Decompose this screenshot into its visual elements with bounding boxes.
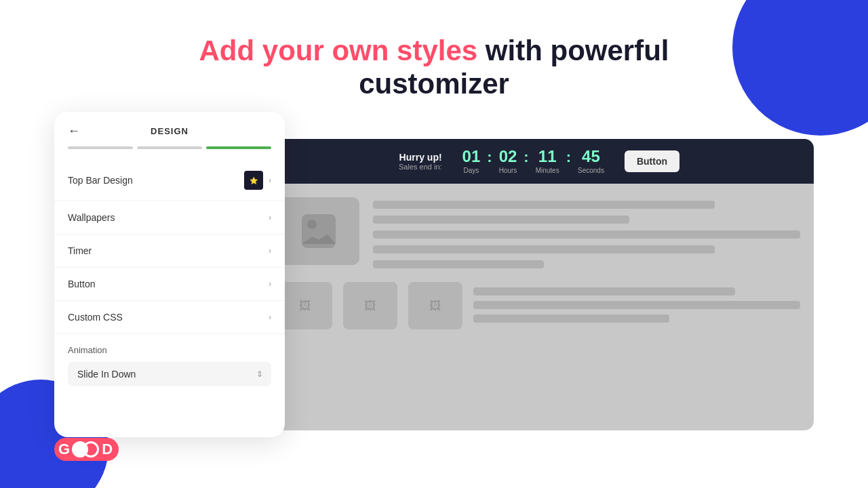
timer-unit-hours: 02 Hours xyxy=(499,148,517,174)
timer-minutes-value: 11 xyxy=(538,148,557,165)
panel-item-custom-css[interactable]: Custom CSS › xyxy=(54,301,285,334)
animation-select-wrapper: Slide In Down Slide In Up Fade In Bounce xyxy=(68,362,271,386)
timer-hours-value: 02 xyxy=(499,148,517,165)
chevron-right-icon: › xyxy=(269,213,271,222)
image-icon xyxy=(302,214,336,248)
timer-colon-3: : xyxy=(566,148,571,166)
timer-unit-days: 01 Days xyxy=(462,148,481,174)
logo-d-letter: D xyxy=(102,441,112,458)
progress-segment-2 xyxy=(137,146,202,149)
chevron-right-icon: › xyxy=(269,312,271,322)
logo-g-letter: G xyxy=(58,441,69,458)
header-section: Add your own styles with powerful custom… xyxy=(0,34,868,100)
panel-item-label: Wallpapers xyxy=(68,212,115,223)
panel-item-right: ⭐ › xyxy=(244,171,271,190)
logo-ring-2 xyxy=(83,441,99,458)
panel-item-label: Button xyxy=(68,279,95,289)
timer-seconds-value: 45 xyxy=(582,148,600,165)
countdown-button[interactable]: Button xyxy=(625,150,679,172)
bottom-text-line-1 xyxy=(473,287,735,296)
animation-section: Animation Slide In Down Slide In Up Fade… xyxy=(54,334,285,397)
countdown-bar: Hurry up! Sales end in: 01 Days : 02 Hou… xyxy=(264,139,814,184)
bottom-text-line-3 xyxy=(473,314,669,323)
timer-hours-label: Hours xyxy=(499,167,517,174)
main-content: ← DESIGN Top Bar Design ⭐ › Wallpaper xyxy=(54,112,814,474)
small-image-icon: 🖼 xyxy=(299,299,311,313)
timer-days-label: Days xyxy=(464,167,479,174)
hurry-up-label: Hurry up! xyxy=(399,152,442,163)
timer-unit-minutes: 11 Minutes xyxy=(536,148,559,174)
text-line-4 xyxy=(373,245,715,253)
bottom-text-line-2 xyxy=(473,301,800,309)
logo-rings xyxy=(72,441,99,458)
preview-small-2: 🖼 xyxy=(343,282,397,329)
text-line-2 xyxy=(373,216,629,224)
panel-item-right: › xyxy=(269,312,271,322)
panel-item-top-bar-design[interactable]: Top Bar Design ⭐ › xyxy=(54,160,285,201)
chevron-right-icon: › xyxy=(269,176,271,185)
progress-segment-1 xyxy=(68,146,133,149)
hurry-text: Hurry up! Sales end in: xyxy=(399,152,442,171)
panel-item-right: › xyxy=(269,279,271,289)
panel-item-right: › xyxy=(269,213,271,222)
timer-colon-2: : xyxy=(524,148,528,166)
text-line-5 xyxy=(373,260,544,268)
preview-right-block xyxy=(473,282,800,329)
preview-small-3: 🖼 xyxy=(408,282,462,329)
sales-end-label: Sales end in: xyxy=(399,163,442,171)
timer-colon-1: : xyxy=(487,148,492,166)
progress-bar xyxy=(54,138,285,149)
design-panel: ← DESIGN Top Bar Design ⭐ › Wallpaper xyxy=(54,112,285,437)
chevron-right-icon: › xyxy=(269,279,271,289)
logo-badge: G D xyxy=(54,438,119,461)
animation-select[interactable]: Slide In Down Slide In Up Fade In Bounce xyxy=(68,362,271,386)
progress-segment-3 xyxy=(206,146,271,149)
animation-label: Animation xyxy=(68,345,271,355)
panel-items: Top Bar Design ⭐ › Wallpapers › Timer xyxy=(54,160,285,334)
logo-container: G D xyxy=(54,438,119,461)
timer-seconds-label: Seconds xyxy=(578,167,604,174)
preview-text-lines xyxy=(373,197,800,268)
panel-header: ← DESIGN xyxy=(54,112,285,138)
panel-item-right: › xyxy=(269,246,271,256)
back-button[interactable]: ← xyxy=(68,124,80,138)
panel-item-label: Timer xyxy=(68,245,92,256)
preview-content xyxy=(264,184,814,282)
preview-bottom-row: 🖼 🖼 🖼 xyxy=(264,282,814,343)
small-image-icon-2: 🖼 xyxy=(364,299,376,313)
panel-item-timer[interactable]: Timer › xyxy=(54,235,285,268)
header-normal: with powerful xyxy=(477,35,669,66)
chevron-right-icon: › xyxy=(269,246,271,256)
timer-unit-seconds: 45 Seconds xyxy=(578,148,604,174)
panel-item-button[interactable]: Button › xyxy=(54,268,285,301)
header-subtitle: customizer xyxy=(0,68,868,100)
header-title: Add your own styles with powerful xyxy=(0,34,868,68)
small-image-icon-3: 🖼 xyxy=(429,299,441,313)
panel-item-label: Top Bar Design xyxy=(68,175,133,186)
header-highlight: Add your own styles xyxy=(199,35,477,66)
preview-area: Hurry up! Sales end in: 01 Days : 02 Hou… xyxy=(264,139,814,430)
panel-item-wallpapers[interactable]: Wallpapers › xyxy=(54,201,285,235)
text-line-3 xyxy=(373,230,800,239)
panel-title: DESIGN xyxy=(151,126,189,136)
panel-item-label: Custom CSS xyxy=(68,312,123,323)
preview-small-1: 🖼 xyxy=(278,282,332,329)
timer-days-value: 01 xyxy=(462,148,481,165)
preview-image-placeholder xyxy=(278,197,359,265)
top-bar-thumbnail: ⭐ xyxy=(244,171,263,190)
timer-group: 01 Days : 02 Hours : 11 Minutes : 45 Sec… xyxy=(462,148,604,174)
text-line-1 xyxy=(373,201,715,209)
timer-minutes-label: Minutes xyxy=(536,167,559,174)
